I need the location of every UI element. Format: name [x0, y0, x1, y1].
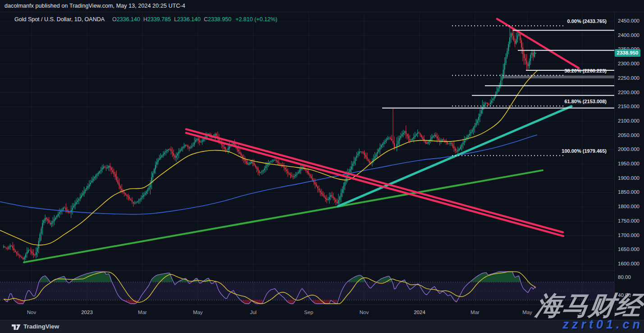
- publish-info-bar: dacolmanfx published on TradingView.com,…: [0, 0, 644, 12]
- supply-zone-band[interactable]: [503, 76, 614, 78]
- price-axis-label: 1650.000: [618, 246, 639, 252]
- ohlc-low-value: 2336.140: [177, 16, 201, 23]
- chart-legend[interactable]: Gold Spot / U.S. Dollar, 1D, OANDAO2336.…: [14, 16, 278, 23]
- publish-info-text: dacolmanfx published on TradingView.com,…: [5, 3, 185, 9]
- time-axis-label: Mar: [470, 310, 480, 315]
- fib-level-label: 38.20% (2260.223): [564, 68, 607, 73]
- chart-canvas[interactable]: [0, 0, 644, 333]
- price-axis-label: 2100.000: [618, 118, 639, 123]
- price-axis-label: 1800.000: [618, 204, 639, 209]
- price-axis-separator: [614, 12, 615, 320]
- price-axis-label: 1750.000: [618, 218, 639, 224]
- price-axis-label: 1600.000: [618, 261, 639, 266]
- time-axis-label: Nov: [360, 310, 369, 315]
- time-axis-label: Nov: [27, 310, 36, 315]
- fib-level-label: 0.00% (2433.765): [567, 18, 607, 24]
- last-price-badge: 2338.950: [615, 49, 640, 57]
- time-axis-label: May: [522, 310, 532, 315]
- ohlc-close-value: 2338.950: [208, 16, 231, 23]
- time-axis-label: May: [193, 310, 203, 315]
- time-axis-label: Jul: [250, 310, 257, 315]
- tradingview-logo-icon[interactable]: [11, 324, 21, 331]
- ohlc-close-label: C: [204, 16, 208, 23]
- tradingview-published-chart: dacolmanfx published on TradingView.com,…: [0, 0, 644, 333]
- watermark-domain: zzrt01.cn: [562, 318, 643, 332]
- grid: [0, 13, 614, 305]
- price-axis-label: 1900.000: [618, 175, 639, 181]
- change-value: +2.810 (+0.12%): [235, 16, 277, 23]
- price-axis-label: 1850.000: [618, 189, 639, 195]
- fib-level-label: 61.80% (2153.008): [564, 99, 607, 104]
- trendline-pink-channel-lower[interactable]: [186, 133, 563, 236]
- candlestick-series: [3, 27, 536, 263]
- symbol-title: Gold Spot / U.S. Dollar, 1D, OANDA: [14, 16, 105, 23]
- main-pane: [0, 19, 614, 263]
- tradingview-brand[interactable]: TradingView: [23, 323, 59, 330]
- price-axis-label: 2150.000: [618, 104, 639, 109]
- time-axis-label: 2024: [414, 310, 425, 315]
- ohlc-high-label: H: [143, 16, 147, 23]
- ohlc-open-label: O: [112, 16, 117, 23]
- rsi-pane: [0, 272, 614, 304]
- rsi-axis-label: 80.00: [618, 274, 631, 280]
- price-axis-label: 2250.000: [618, 75, 639, 81]
- time-axis-label: Mar: [138, 310, 147, 315]
- time-axis-label: Sep: [304, 310, 313, 315]
- time-axis-label: 2023: [81, 310, 93, 315]
- ohlc-open-value: 2336.140: [117, 16, 140, 23]
- price-axis-label: 2400.000: [618, 32, 639, 38]
- price-axis-label: 1700.000: [618, 233, 639, 238]
- price-axis-label: 2000.000: [618, 146, 639, 152]
- price-axis-label: 1950.000: [618, 161, 639, 166]
- price-axis-label: 2050.000: [618, 132, 639, 138]
- price-axis-label: 2300.000: [618, 61, 639, 66]
- fib-level-label: 100.00% (1979.465): [562, 148, 607, 154]
- rsi-band: [0, 282, 614, 300]
- price-axis-label: 2200.000: [618, 90, 639, 95]
- price-axis-label: 2450.000: [618, 18, 639, 23]
- trendline-green-ascending-support[interactable]: [24, 170, 543, 262]
- ohlc-high-value: 2339.785: [147, 16, 171, 23]
